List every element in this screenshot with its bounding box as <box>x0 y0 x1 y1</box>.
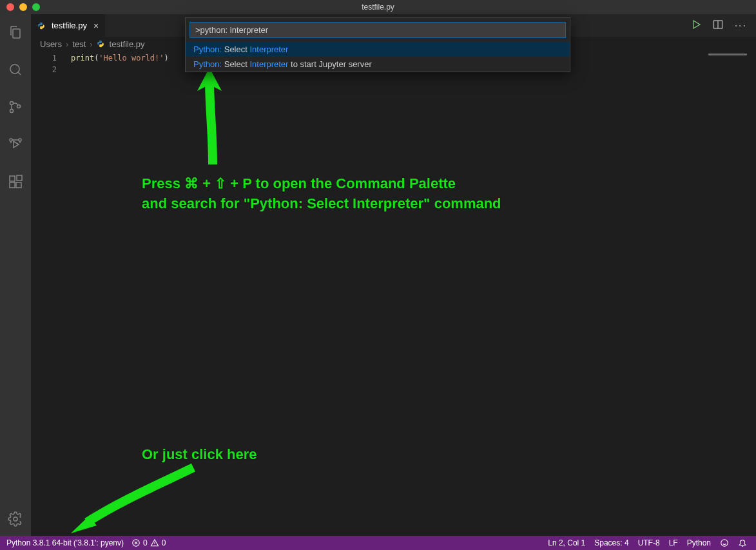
python-interpreter-status[interactable]: Python 3.8.1 64-bit ('3.8.1': pyenv) <box>6 538 124 547</box>
run-file-button[interactable] <box>691 19 701 32</box>
feedback-icon[interactable] <box>720 538 729 547</box>
eol-status[interactable]: LF <box>669 538 678 547</box>
source-control-icon[interactable] <box>0 94 31 120</box>
command-palette-item[interactable]: Python: Select Interpreter to start Jupy… <box>186 57 570 72</box>
editor[interactable]: 1 2 print('Hello world!') <box>31 51 756 536</box>
cursor-position-status[interactable]: Ln 2, Col 1 <box>548 538 585 547</box>
svg-rect-8 <box>16 182 21 188</box>
warning-icon <box>150 538 159 547</box>
command-palette: Python: Select Interpreter Python: Selec… <box>185 17 570 72</box>
svg-point-0 <box>10 64 19 74</box>
svg-point-10 <box>14 517 17 521</box>
breadcrumb-segment[interactable]: testfile.py <box>110 39 145 49</box>
split-editor-button[interactable] <box>713 19 723 32</box>
chevron-right-icon: › <box>88 39 93 49</box>
breadcrumb-segment[interactable]: Users <box>40 39 62 49</box>
settings-gear-icon[interactable] <box>0 506 31 532</box>
svg-point-1 <box>10 102 14 105</box>
activity-bar <box>0 14 31 536</box>
error-icon <box>131 538 141 547</box>
tab-label: testfile.py <box>52 21 87 30</box>
more-actions-button[interactable]: ··· <box>735 20 747 32</box>
notifications-icon[interactable] <box>738 538 747 547</box>
explorer-icon[interactable] <box>0 19 31 45</box>
close-window-button[interactable] <box>6 3 14 11</box>
svg-rect-7 <box>10 182 15 188</box>
status-bar: Python 3.8.1 64-bit ('3.8.1': pyenv) 0 0… <box>0 536 756 550</box>
close-tab-button[interactable]: × <box>93 21 99 31</box>
svg-point-4 <box>10 139 12 141</box>
svg-point-13 <box>721 540 728 547</box>
editor-toolbar: ··· <box>691 14 756 37</box>
chevron-right-icon: › <box>64 39 70 49</box>
run-debug-icon[interactable] <box>0 132 31 157</box>
encoding-status[interactable]: UTF-8 <box>638 538 660 547</box>
command-palette-input[interactable] <box>189 22 566 38</box>
line-number-gutter: 1 2 <box>31 51 70 75</box>
svg-rect-9 <box>17 175 22 181</box>
python-file-icon <box>37 22 45 30</box>
svg-point-5 <box>19 139 21 141</box>
window-controls <box>0 3 40 11</box>
breadcrumb-segment[interactable]: test <box>72 39 86 49</box>
extensions-icon[interactable] <box>0 169 31 195</box>
minimize-window-button[interactable] <box>19 3 27 11</box>
window-title: testfile.py <box>0 3 756 12</box>
svg-rect-6 <box>10 176 15 181</box>
minimap[interactable] <box>683 51 747 59</box>
command-palette-item[interactable]: Python: Select Interpreter <box>186 42 570 57</box>
editor-tab[interactable]: testfile.py × <box>31 14 106 37</box>
vscode-window: testfile.py testfile.py × <box>0 0 756 550</box>
titlebar[interactable]: testfile.py <box>0 0 756 14</box>
problems-status[interactable]: 0 0 <box>131 538 166 547</box>
maximize-window-button[interactable] <box>32 3 40 11</box>
python-file-icon <box>97 40 104 48</box>
search-icon[interactable] <box>0 57 31 83</box>
svg-point-2 <box>10 110 14 113</box>
command-palette-list: Python: Select Interpreter Python: Selec… <box>186 42 570 72</box>
indentation-status[interactable]: Spaces: 4 <box>594 538 628 547</box>
line-number: 1 <box>31 52 57 64</box>
line-number: 2 <box>31 64 57 75</box>
language-mode-status[interactable]: Python <box>687 538 711 547</box>
